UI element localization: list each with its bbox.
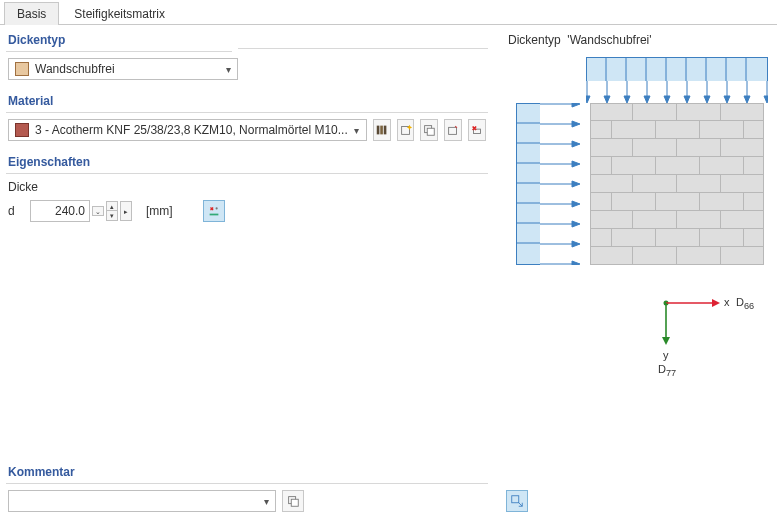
material-dropdown[interactable]: 3 - Acotherm KNF 25/38/23,8 KZM10, Norma… bbox=[8, 119, 367, 141]
dicke-step-down-button[interactable]: ▾ bbox=[106, 211, 118, 221]
svg-marker-15 bbox=[604, 96, 610, 103]
side-bar-dividers bbox=[516, 103, 540, 265]
svg-rect-0 bbox=[376, 126, 379, 135]
library-icon bbox=[375, 123, 389, 137]
svg-marker-33 bbox=[572, 103, 580, 107]
material-duplicate-button[interactable] bbox=[420, 119, 438, 141]
arrow-right-icon bbox=[540, 103, 580, 265]
duplicate-icon bbox=[422, 123, 436, 137]
segment-edit-icon bbox=[207, 204, 221, 218]
dicke-unit: [mm] bbox=[146, 204, 173, 218]
svg-marker-37 bbox=[572, 141, 580, 147]
material-new-button[interactable] bbox=[397, 119, 415, 141]
preview-title-prefix: Dickentyp bbox=[508, 33, 561, 47]
panel-spacer-title bbox=[238, 31, 488, 49]
svg-marker-49 bbox=[572, 261, 580, 265]
svg-rect-6 bbox=[428, 128, 435, 135]
new-sparkle-icon bbox=[399, 123, 413, 137]
axis-x-label: x bbox=[724, 296, 730, 308]
svg-marker-41 bbox=[572, 181, 580, 187]
panel-spacer bbox=[238, 31, 488, 79]
material-delete-button[interactable] bbox=[468, 119, 486, 141]
axis-D66: D66 bbox=[736, 296, 754, 311]
tab-basis[interactable]: Basis bbox=[4, 2, 59, 25]
dicke-step-up-button[interactable]: ▴ bbox=[106, 201, 118, 211]
panel-eigenschaften: Eigenschaften Dicke d 240.0 ⌄ ▴ ▾ bbox=[6, 153, 488, 463]
dicke-value-text: 240.0 bbox=[30, 200, 90, 222]
svg-marker-21 bbox=[664, 96, 670, 103]
preview-canvas: x D66 y D77 bbox=[506, 53, 767, 512]
axis-D77: D77 bbox=[658, 363, 676, 378]
svg-marker-39 bbox=[572, 161, 580, 167]
svg-marker-45 bbox=[572, 221, 580, 227]
panel-dickentyp: Dickentyp Wandschubfrei ▾ bbox=[6, 31, 232, 86]
svg-marker-25 bbox=[704, 96, 710, 103]
dicke-dropdown-button[interactable]: ⌄ bbox=[92, 206, 104, 216]
dickentyp-dropdown[interactable]: Wandschubfrei ▾ bbox=[8, 58, 238, 80]
panel-title-eigenschaften: Eigenschaften bbox=[6, 153, 488, 174]
chevron-down-icon: ▾ bbox=[257, 496, 275, 507]
material-swatch-icon bbox=[15, 123, 29, 137]
material-library-button[interactable] bbox=[373, 119, 391, 141]
svg-marker-13 bbox=[586, 96, 590, 103]
expand-diagram-icon bbox=[510, 494, 524, 508]
svg-marker-31 bbox=[764, 96, 768, 103]
chevron-down-icon: ▾ bbox=[219, 64, 237, 75]
svg-marker-17 bbox=[624, 96, 630, 103]
preview-side-load bbox=[516, 103, 580, 265]
panel-title-dickentyp: Dickentyp bbox=[6, 31, 232, 52]
chevron-down-icon: ▾ bbox=[348, 125, 366, 136]
svg-marker-67 bbox=[712, 299, 720, 307]
left-column: Dickentyp Wandschubfrei ▾ bbox=[0, 25, 494, 518]
dickentyp-selected-text: Wandschubfrei bbox=[35, 62, 219, 76]
svg-marker-69 bbox=[662, 337, 670, 345]
material-edit-button[interactable] bbox=[444, 119, 462, 141]
dickentyp-swatch-icon bbox=[15, 62, 29, 76]
dicke-step-right-button[interactable]: ▸ bbox=[120, 201, 132, 221]
svg-marker-43 bbox=[572, 201, 580, 207]
svg-rect-7 bbox=[449, 127, 457, 134]
kommentar-dropdown[interactable]: ▾ bbox=[8, 490, 276, 512]
kommentar-copy-button[interactable] bbox=[282, 490, 304, 512]
material-selected-text: 3 - Acotherm KNF 25/38/23,8 KZM10, Norma… bbox=[35, 123, 348, 137]
panel-title-kommentar: Kommentar bbox=[6, 463, 488, 484]
svg-marker-29 bbox=[744, 96, 750, 103]
eigenschaften-dicke-symbol: d bbox=[8, 204, 22, 218]
svg-rect-70 bbox=[512, 496, 519, 503]
preview-axis: x D66 y D77 bbox=[646, 293, 766, 363]
svg-rect-8 bbox=[474, 129, 481, 133]
top-bar-dividers bbox=[586, 57, 768, 81]
preview-expand-button[interactable] bbox=[506, 490, 528, 512]
svg-marker-47 bbox=[572, 241, 580, 247]
axis-y-label: y bbox=[663, 349, 669, 361]
edit-icon bbox=[446, 123, 460, 137]
preview-title-name: 'Wandschubfrei' bbox=[567, 33, 651, 47]
svg-marker-4 bbox=[406, 125, 411, 130]
panel-title-material: Material bbox=[6, 92, 488, 113]
svg-marker-27 bbox=[724, 96, 730, 103]
preview-brick-wall bbox=[590, 103, 764, 265]
dicke-segment-edit-button[interactable] bbox=[203, 200, 225, 222]
main-area: Dickentyp Wandschubfrei ▾ bbox=[0, 24, 777, 518]
panel-kommentar: Kommentar ▾ bbox=[6, 463, 488, 518]
delete-link-icon bbox=[470, 123, 484, 137]
svg-marker-19 bbox=[644, 96, 650, 103]
svg-rect-2 bbox=[383, 126, 386, 135]
panel-material: Material 3 - Acotherm KNF 25/38/23,8 KZM… bbox=[6, 92, 488, 147]
panel-spacer-body bbox=[238, 49, 488, 79]
svg-rect-11 bbox=[291, 499, 298, 506]
copy-icon bbox=[286, 494, 300, 508]
tab-steifigkeitsmatrix[interactable]: Steifigkeitsmatrix bbox=[61, 2, 178, 25]
svg-marker-35 bbox=[572, 121, 580, 127]
svg-marker-23 bbox=[684, 96, 690, 103]
dicke-value-input[interactable]: 240.0 ⌄ ▴ ▾ ▸ bbox=[30, 200, 132, 222]
preview-title: Dickentyp 'Wandschubfrei' bbox=[508, 33, 767, 47]
svg-rect-1 bbox=[380, 126, 383, 135]
svg-point-9 bbox=[215, 207, 217, 209]
eigenschaften-dicke-label: Dicke bbox=[8, 180, 486, 194]
right-preview-panel: Dickentyp 'Wandschubfrei' bbox=[502, 25, 777, 518]
tabs-bar: Basis Steifigkeitsmatrix bbox=[0, 0, 777, 24]
arrow-down-icon bbox=[586, 81, 768, 103]
